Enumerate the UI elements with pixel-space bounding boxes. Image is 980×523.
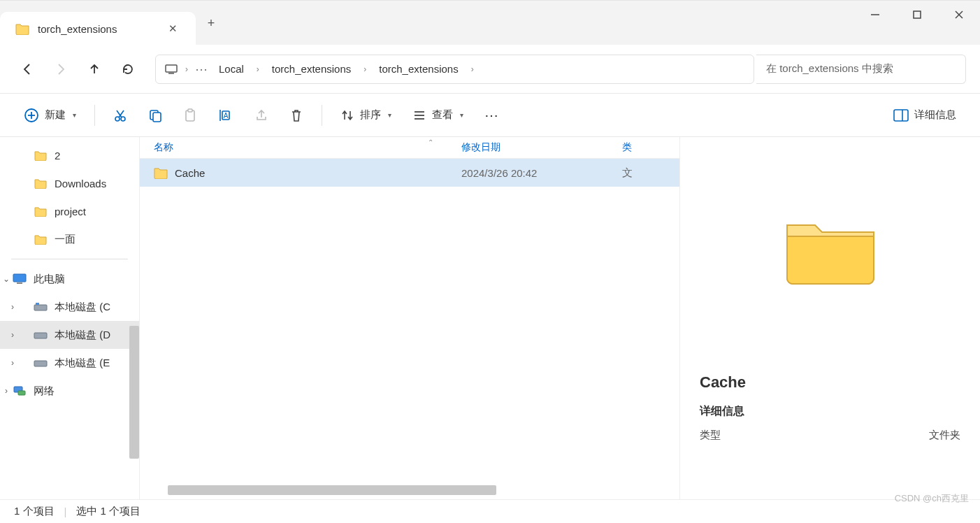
folder-preview-icon bbox=[781, 213, 879, 289]
cut-button[interactable] bbox=[106, 104, 134, 127]
chevron-down-icon[interactable]: ⌄ bbox=[1, 274, 11, 284]
sidebar-item-network[interactable]: › 网络 bbox=[0, 377, 139, 405]
details-label: 详细信息 bbox=[914, 108, 956, 122]
navbar: › ⋯ Local › torch_extensions › torch_ext… bbox=[0, 45, 980, 94]
chevron-down-icon: ▾ bbox=[460, 111, 463, 119]
breadcrumb[interactable]: torch_extensions bbox=[266, 62, 356, 76]
scrollbar[interactable] bbox=[168, 485, 496, 495]
search-input[interactable]: 在 torch_extensions 中搜索 bbox=[756, 55, 966, 84]
titlebar: torch_extensions ✕ + bbox=[0, 0, 980, 45]
sidebar-item[interactable]: 2 bbox=[0, 141, 139, 169]
svg-rect-14 bbox=[153, 113, 161, 122]
sidebar-item-label: 本地磁盘 (C bbox=[55, 301, 110, 314]
separator bbox=[322, 105, 322, 126]
sidebar-item-drive[interactable]: › 本地磁盘 (C bbox=[0, 293, 139, 321]
detail-type-label: 类型 bbox=[700, 429, 721, 442]
sidebar-item-drive[interactable]: › 本地磁盘 (E bbox=[0, 349, 139, 377]
new-button[interactable]: 新建 ▾ bbox=[17, 103, 83, 127]
tab-title: torch_extensions bbox=[38, 23, 117, 35]
new-label: 新建 bbox=[45, 108, 66, 122]
column-label: 修改日期 bbox=[461, 141, 500, 152]
svg-rect-30 bbox=[34, 361, 47, 366]
folder-icon bbox=[154, 166, 168, 180]
tab[interactable]: torch_extensions ✕ bbox=[0, 12, 196, 45]
details-pane-button[interactable]: 详细信息 bbox=[886, 104, 963, 126]
forward-button[interactable] bbox=[48, 56, 74, 83]
divider bbox=[11, 259, 128, 259]
sidebar-item-thispc[interactable]: ⌄ 此电脑 bbox=[0, 265, 139, 293]
watermark: CSDN @ch西克里 bbox=[895, 492, 969, 505]
folder-icon bbox=[34, 204, 48, 218]
column-type[interactable]: 类 bbox=[622, 141, 664, 154]
drive-icon bbox=[34, 328, 48, 342]
file-row[interactable]: Cache 2024/3/26 20:42 文 bbox=[140, 159, 679, 187]
chevron-right-icon[interactable]: › bbox=[182, 64, 191, 74]
file-list: 名称 ⌃ 修改日期 类 Cache 2024/3/26 20:42 文 bbox=[140, 137, 679, 499]
overflow-icon[interactable]: ⋯ bbox=[195, 62, 209, 77]
close-icon[interactable]: ✕ bbox=[163, 20, 183, 38]
chevron-down-icon: ▾ bbox=[73, 111, 76, 119]
sidebar-item[interactable]: Downloads bbox=[0, 169, 139, 197]
svg-rect-4 bbox=[166, 65, 177, 72]
sidebar: 2 Downloads project 一面 ⌄ 此电脑 › 本地磁盘 (C › bbox=[0, 137, 140, 499]
sidebar-item[interactable]: 一面 bbox=[0, 225, 139, 253]
drive-icon bbox=[34, 300, 48, 314]
chevron-right-icon[interactable]: › bbox=[361, 64, 369, 74]
address-bar[interactable]: › ⋯ Local › torch_extensions › torch_ext… bbox=[155, 55, 754, 84]
toolbar: 新建 ▾ A 排序 ▾ 查看 ▾ ⋯ 详细信息 bbox=[0, 94, 980, 137]
column-label: 类 bbox=[622, 141, 632, 152]
pc-icon bbox=[13, 272, 27, 286]
svg-rect-26 bbox=[17, 282, 22, 284]
column-name[interactable]: 名称 ⌃ bbox=[154, 141, 461, 154]
drive-icon bbox=[34, 356, 48, 370]
sidebar-item-label: 本地磁盘 (E bbox=[55, 357, 110, 370]
back-button[interactable] bbox=[14, 56, 41, 83]
sidebar-item-label: 本地磁盘 (D bbox=[55, 329, 110, 342]
file-name: Cache bbox=[175, 167, 205, 179]
chevron-right-icon[interactable]: › bbox=[254, 64, 262, 74]
sidebar-item[interactable]: project bbox=[0, 197, 139, 225]
chevron-right-icon[interactable]: › bbox=[468, 64, 477, 74]
network-icon bbox=[13, 384, 27, 398]
sidebar-item-label: 此电脑 bbox=[34, 273, 65, 286]
view-label: 查看 bbox=[432, 108, 453, 122]
up-button[interactable] bbox=[81, 56, 108, 83]
folder-icon bbox=[15, 22, 29, 36]
chevron-right-icon[interactable]: › bbox=[11, 302, 14, 312]
chevron-right-icon[interactable]: › bbox=[11, 330, 14, 340]
delete-button[interactable] bbox=[282, 104, 310, 127]
refresh-button[interactable] bbox=[115, 56, 141, 83]
chevron-right-icon[interactable]: › bbox=[1, 386, 11, 396]
new-tab-button[interactable]: + bbox=[196, 16, 226, 31]
status-bar: 1 个项目 | 选中 1 个项目 bbox=[0, 499, 980, 523]
svg-rect-16 bbox=[188, 109, 192, 112]
view-button[interactable]: 查看 ▾ bbox=[405, 104, 470, 127]
sort-button[interactable]: 排序 ▾ bbox=[333, 104, 398, 127]
detail-row: 类型 文件夹 bbox=[700, 429, 960, 442]
close-button[interactable] bbox=[938, 1, 980, 29]
details-pane: Cache 详细信息 类型 文件夹 bbox=[679, 137, 980, 499]
chevron-down-icon: ▾ bbox=[388, 111, 391, 119]
svg-rect-27 bbox=[34, 305, 47, 310]
breadcrumb[interactable]: Local bbox=[213, 62, 250, 76]
window-controls bbox=[854, 1, 980, 29]
copy-button[interactable] bbox=[141, 104, 169, 127]
rename-button[interactable]: A bbox=[211, 104, 240, 127]
sort-label: 排序 bbox=[360, 108, 381, 122]
breadcrumb[interactable]: torch_extensions bbox=[373, 62, 463, 76]
minimize-button[interactable] bbox=[854, 1, 896, 29]
maximize-button[interactable] bbox=[896, 1, 938, 29]
scrollbar[interactable] bbox=[129, 326, 139, 459]
status-count: 1 个项目 bbox=[14, 505, 55, 518]
paste-button[interactable] bbox=[176, 104, 204, 127]
share-button[interactable] bbox=[247, 104, 275, 127]
chevron-right-icon[interactable]: › bbox=[11, 358, 14, 368]
detail-title: Cache bbox=[700, 373, 960, 392]
file-type: 文 bbox=[622, 166, 664, 180]
computer-icon bbox=[164, 62, 178, 76]
separator: | bbox=[64, 506, 67, 517]
column-date[interactable]: 修改日期 bbox=[461, 141, 622, 154]
more-button[interactable]: ⋯ bbox=[477, 103, 507, 128]
detail-section: 详细信息 bbox=[700, 404, 960, 419]
sidebar-item-drive[interactable]: › 本地磁盘 (D bbox=[0, 321, 139, 349]
